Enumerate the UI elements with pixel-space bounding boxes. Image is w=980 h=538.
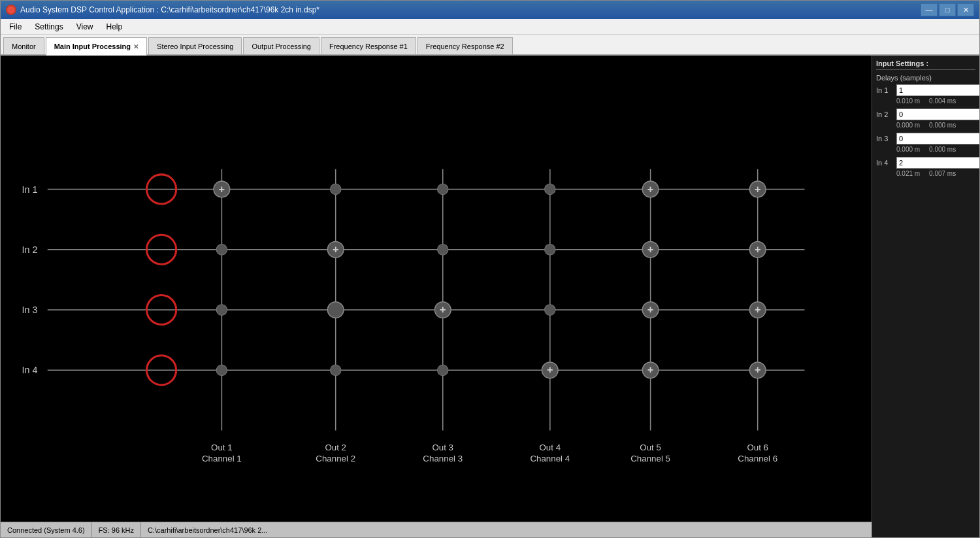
delay-info-in4: 0.021 m 0.007 ms bbox=[876, 170, 975, 177]
svg-text:+: + bbox=[647, 183, 654, 195]
svg-point-58 bbox=[216, 365, 227, 375]
delay-row-in2: In 2 ▲ ▼ bbox=[876, 109, 975, 120]
delay-info-in3: 0.000 m 0.000 ms bbox=[876, 146, 975, 153]
svg-point-50 bbox=[327, 302, 344, 318]
svg-text:Channel 6: Channel 6 bbox=[738, 454, 777, 463]
svg-text:In 2: In 2 bbox=[22, 244, 37, 255]
svg-text:Out 6: Out 6 bbox=[747, 443, 768, 452]
sidebar-title: Input Settings : bbox=[876, 59, 975, 70]
svg-text:In 1: In 1 bbox=[22, 184, 37, 195]
svg-text:+: + bbox=[755, 243, 761, 255]
title-controls: — □ ✕ bbox=[921, 3, 974, 16]
svg-point-49 bbox=[216, 305, 227, 315]
canvas-area: In 1 In 2 In 3 In 4 Out 1 Channel 1 Out … bbox=[1, 56, 872, 537]
tab-output[interactable]: Output Processing bbox=[243, 37, 319, 54]
svg-text:+: + bbox=[647, 303, 654, 315]
svg-text:+: + bbox=[333, 243, 339, 255]
status-filepath: C:\carhifi\arbeitsordner\ch417\96k 2... bbox=[141, 522, 872, 537]
delay-input-in3[interactable] bbox=[896, 133, 979, 144]
status-connection: Connected (System 4.6) bbox=[1, 522, 92, 537]
menu-settings[interactable]: Settings bbox=[29, 20, 69, 33]
svg-text:+: + bbox=[755, 183, 761, 195]
svg-text:Out 4: Out 4 bbox=[540, 443, 561, 452]
svg-text:+: + bbox=[440, 303, 446, 315]
delay-row-in1: In 1 ▲ ▼ bbox=[876, 84, 975, 96]
delay-info-in1: 0.010 m 0.004 ms bbox=[876, 97, 975, 105]
status-samplerate: FS: 96 kHz bbox=[92, 522, 141, 537]
svg-text:+: + bbox=[755, 303, 761, 315]
svg-text:Out 3: Out 3 bbox=[432, 443, 453, 452]
tab-main-input[interactable]: Main Input Processing ✕ bbox=[46, 37, 147, 56]
svg-point-40 bbox=[216, 244, 227, 255]
svg-text:+: + bbox=[219, 183, 225, 195]
delays-label: Delays (samples) bbox=[876, 74, 975, 82]
svg-point-33 bbox=[330, 184, 340, 194]
tabs-bar: Monitor Main Input Processing ✕ Stereo I… bbox=[1, 35, 979, 56]
menubar: File Settings View Help bbox=[1, 19, 979, 35]
delay-input-in4[interactable] bbox=[896, 157, 979, 169]
input-settings-panel: Input Settings : Delays (samples) In 1 ▲… bbox=[872, 56, 979, 537]
svg-text:Channel 2: Channel 2 bbox=[316, 454, 355, 463]
delay-label-in2: In 2 bbox=[876, 110, 894, 118]
svg-text:+: + bbox=[755, 363, 761, 375]
svg-text:+: + bbox=[647, 243, 654, 255]
svg-point-44 bbox=[545, 244, 555, 255]
svg-point-35 bbox=[545, 184, 555, 194]
svg-text:Channel 1: Channel 1 bbox=[202, 454, 242, 463]
menu-help[interactable]: Help bbox=[101, 20, 129, 33]
svg-point-43 bbox=[438, 244, 448, 255]
main-window: Audio System DSP Control Application : C… bbox=[0, 0, 980, 538]
svg-text:Channel 5: Channel 5 bbox=[630, 454, 670, 463]
svg-text:+: + bbox=[647, 363, 654, 375]
menu-view[interactable]: View bbox=[71, 20, 99, 33]
title-bar: Audio System DSP Control Application : C… bbox=[1, 1, 979, 19]
delay-label-in3: In 3 bbox=[876, 135, 894, 143]
svg-point-34 bbox=[438, 184, 448, 194]
maximize-button[interactable]: □ bbox=[939, 3, 956, 16]
title-bar-left: Audio System DSP Control Application : C… bbox=[6, 5, 319, 15]
delay-input-in1[interactable] bbox=[896, 84, 979, 96]
svg-point-59 bbox=[330, 365, 340, 375]
close-button[interactable]: ✕ bbox=[957, 3, 974, 16]
delay-label-in1: In 1 bbox=[876, 86, 894, 94]
delay-row-in4: In 4 ▲ ▼ bbox=[876, 157, 975, 169]
tab-stereo-input[interactable]: Stereo Input Processing bbox=[148, 37, 242, 54]
svg-point-53 bbox=[545, 305, 555, 315]
window-title: Audio System DSP Control Application : C… bbox=[20, 5, 319, 14]
svg-text:Out 2: Out 2 bbox=[325, 443, 346, 452]
svg-text:In 3: In 3 bbox=[22, 305, 37, 315]
svg-point-60 bbox=[438, 365, 448, 375]
menu-file[interactable]: File bbox=[3, 20, 27, 33]
delay-info-in2: 0.000 m 0.000 ms bbox=[876, 122, 975, 129]
tab-freq1[interactable]: Frequency Response #1 bbox=[321, 37, 416, 54]
tab-freq2[interactable]: Frequency Response #2 bbox=[417, 37, 513, 54]
svg-text:Channel 3: Channel 3 bbox=[423, 454, 463, 463]
delay-row-in3: In 3 ▲ ▼ bbox=[876, 133, 975, 144]
svg-text:Out 5: Out 5 bbox=[640, 443, 661, 452]
minimize-button[interactable]: — bbox=[921, 3, 938, 16]
svg-text:In 4: In 4 bbox=[22, 365, 37, 375]
tab-close-icon[interactable]: ✕ bbox=[133, 43, 139, 50]
svg-text:Channel 4: Channel 4 bbox=[530, 454, 570, 463]
tab-monitor[interactable]: Monitor bbox=[3, 37, 44, 54]
delay-input-in2[interactable] bbox=[896, 109, 979, 120]
main-area: In 1 In 2 In 3 In 4 Out 1 Channel 1 Out … bbox=[1, 56, 979, 537]
status-bar: Connected (System 4.6) FS: 96 kHz C:\car… bbox=[1, 522, 872, 537]
routing-matrix[interactable]: In 1 In 2 In 3 In 4 Out 1 Channel 1 Out … bbox=[1, 56, 872, 537]
svg-text:+: + bbox=[547, 363, 553, 375]
svg-text:Out 1: Out 1 bbox=[211, 443, 233, 452]
app-icon bbox=[6, 5, 16, 15]
delay-label-in4: In 4 bbox=[876, 159, 894, 167]
